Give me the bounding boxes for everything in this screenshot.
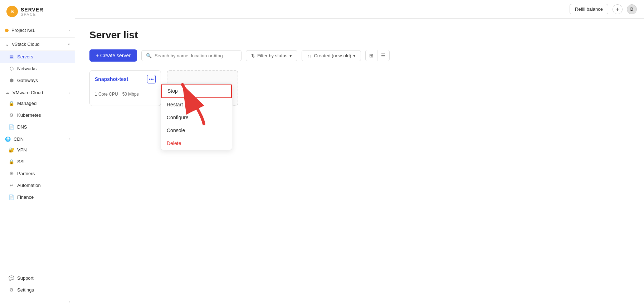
sidebar-item-kubernetes[interactable]: ⚙ Kubernetes [0, 109, 75, 121]
add-button[interactable]: + [613, 4, 623, 14]
sidebar-cdn[interactable]: 🌐 CDN ‹ [0, 133, 75, 144]
servers-icon: ▤ [9, 54, 14, 59]
logo-sub: SPACE [21, 13, 43, 16]
search-icon: 🔍 [146, 53, 152, 58]
server-cpu: 1 Core CPU [95, 92, 118, 97]
sort-button[interactable]: ↑↓ Created (new-old) ▾ [302, 50, 361, 61]
sidebar-item-label: VPN [17, 147, 27, 153]
sidebar-item-support[interactable]: 💬 Support [0, 272, 75, 284]
server-grid: Snapshot-test ••• Stop Restart Configure… [89, 70, 630, 106]
sidebar-item-servers[interactable]: ▤ Servers [0, 51, 75, 63]
sidebar-item-label: CDN [14, 136, 24, 142]
grid-icon: ⊞ [369, 53, 374, 58]
settings-icon: ⚙ [9, 287, 14, 293]
sidebar-item-settings[interactable]: ⚙ Settings [0, 284, 75, 296]
sidebar-item-automation[interactable]: ↩ Automation [0, 179, 75, 191]
vstack-label: vStack Cloud [12, 42, 65, 47]
sidebar-bottom: 💬 Support ⚙ Settings ‹ [0, 272, 75, 308]
vstack-chevron-icon: ▾ [68, 42, 70, 46]
sidebar-item-label: Settings [17, 287, 34, 293]
sidebar-item-label: VMware Cloud [13, 90, 43, 95]
dns-icon: 📄 [9, 124, 14, 130]
filter-label: Filter by status [257, 53, 288, 58]
delete-menu-item[interactable]: Delete [161, 137, 232, 150]
sidebar-item-label: Networks [17, 66, 36, 71]
sidebar-item-label: Kubernetes [17, 112, 41, 118]
project-dot [5, 29, 9, 32]
sidebar-item-label: Managed [17, 101, 36, 106]
search-input[interactable] [155, 53, 237, 58]
configure-menu-item[interactable]: Configure [161, 111, 232, 124]
vmware-chevron-icon: ‹ [69, 91, 70, 95]
automation-icon: ↩ [9, 183, 14, 188]
sidebar-item-label: Finance [17, 194, 34, 200]
list-view-button[interactable]: ☰ [377, 50, 389, 61]
sidebar-item-vpn[interactable]: 🔐 VPN [0, 144, 75, 156]
grid-view-button[interactable]: ⊞ [366, 50, 377, 61]
main-content: Refill balance + D Server list + Create … [75, 0, 644, 308]
sidebar: S SERVER SPACE Project №1 › ⌄ vStack Clo… [0, 0, 75, 308]
sidebar-item-gateways[interactable]: ⬢ Gateways [0, 74, 75, 86]
gateways-icon: ⬢ [9, 78, 14, 83]
vstack-section[interactable]: ⌄ vStack Cloud ▾ [0, 38, 75, 51]
sidebar-item-label: Servers [17, 54, 33, 59]
sidebar-item-finance[interactable]: 📄 Finance [0, 191, 75, 203]
server-name: Snapshot-test [95, 76, 128, 82]
toolbar: + Create server 🔍 ⇅ Filter by status ▾ ↑… [89, 49, 630, 62]
sidebar-item-label: Gateways [17, 78, 38, 83]
sidebar-item-ssl[interactable]: 🔒 SSL [0, 156, 75, 168]
stop-menu-item[interactable]: Stop [161, 84, 232, 98]
project-section[interactable]: Project №1 › [0, 23, 75, 38]
dropdown-menu: Stop Restart Configure Console Delete [161, 83, 232, 150]
collapse-button[interactable]: ‹ [0, 296, 75, 308]
vstack-icon: ⌄ [5, 41, 9, 47]
server-card: Snapshot-test ••• Stop Restart Configure… [89, 70, 161, 106]
list-icon: ☰ [381, 53, 386, 58]
restart-menu-item[interactable]: Restart [161, 98, 232, 111]
logo: S SERVER SPACE [0, 0, 75, 23]
avatar[interactable]: D [627, 4, 637, 14]
logo-text: SERVER [21, 7, 43, 13]
server-mbps: 50 Mbps [122, 92, 139, 97]
sidebar-item-partners[interactable]: ✳ Partners [0, 168, 75, 179]
project-chevron-icon: › [69, 28, 70, 32]
vpn-icon: 🔐 [9, 147, 14, 153]
sort-icon: ↑↓ [307, 53, 312, 58]
support-icon: 💬 [9, 275, 14, 281]
search-box: 🔍 [141, 50, 241, 61]
sidebar-item-dns[interactable]: 📄 DNS [0, 121, 75, 133]
partners-icon: ✳ [9, 171, 14, 176]
filter-button[interactable]: ⇅ Filter by status ▾ [246, 50, 298, 61]
sort-label: Created (new-old) [314, 53, 351, 58]
cdn-icon: 🌐 [5, 136, 11, 142]
sort-chevron-icon: ▾ [353, 53, 356, 58]
page-content: Server list + Create server 🔍 ⇅ Filter b… [75, 19, 644, 308]
server-card-body: 1 Core CPU 50 Mbps [90, 88, 161, 100]
project-label: Project №1 [11, 28, 66, 33]
create-server-button[interactable]: + Create server [89, 49, 137, 62]
server-card-header: Snapshot-test ••• [90, 71, 161, 88]
managed-icon: 🔒 [9, 101, 14, 106]
logo-circle: S [6, 6, 18, 17]
sidebar-item-label: Partners [17, 171, 35, 176]
cdn-chevron-icon: ‹ [69, 137, 70, 141]
sidebar-item-networks[interactable]: ⬡ Networks [0, 63, 75, 74]
sidebar-item-managed[interactable]: 🔒 Managed [0, 97, 75, 109]
sidebar-item-label: SSL [17, 159, 26, 164]
ssl-icon: 🔒 [9, 159, 14, 164]
sidebar-item-label: Support [17, 275, 34, 281]
vmware-icon: ☁ [5, 90, 10, 95]
sidebar-vmware[interactable]: ☁ VMware Cloud ‹ [0, 86, 75, 97]
three-dots-button[interactable]: ••• [147, 75, 156, 83]
sidebar-item-label: DNS [17, 124, 27, 130]
console-menu-item[interactable]: Console [161, 124, 232, 137]
filter-chevron-icon: ▾ [289, 53, 292, 58]
filter-icon: ⇅ [251, 53, 255, 58]
view-toggle: ⊞ ☰ [365, 50, 390, 61]
networks-icon: ⬡ [9, 66, 14, 71]
kubernetes-icon: ⚙ [9, 112, 14, 118]
collapse-icon: ‹ [68, 299, 70, 304]
topbar: Refill balance + D [75, 0, 644, 19]
refill-balance-button[interactable]: Refill balance [570, 4, 608, 14]
sidebar-item-label: Automation [17, 183, 41, 188]
